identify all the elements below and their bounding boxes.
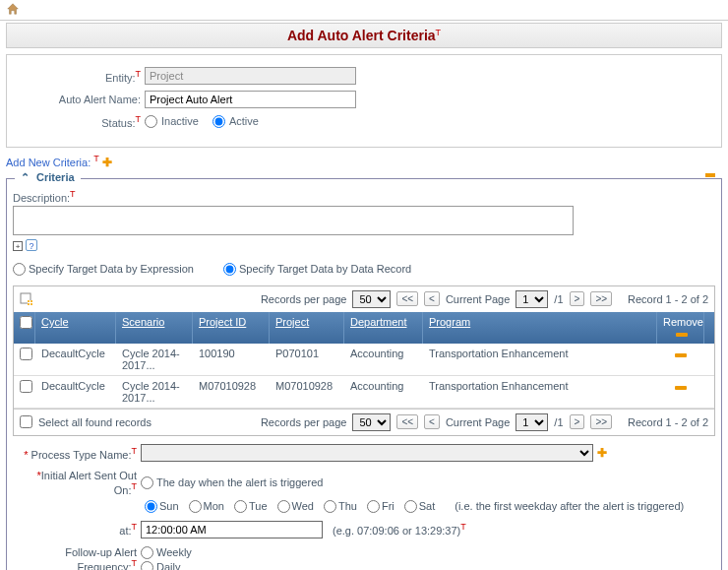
status-inactive-radio[interactable] — [145, 115, 157, 128]
record-range-top: Record 1 - 2 of 2 — [628, 293, 708, 305]
last-page-button[interactable]: >> — [590, 414, 612, 429]
target-expression-label: Specify Target Data by Expression — [29, 263, 194, 275]
t-flag-icon: T — [436, 28, 442, 37]
process-type-select[interactable] — [141, 444, 593, 462]
page-title: Add Auto Alert Criteria — [287, 28, 436, 43]
entity-label: Entity:T — [17, 69, 145, 84]
cell-department: Accounting — [344, 376, 423, 408]
day-sat-radio[interactable] — [404, 500, 417, 513]
target-expression-radio[interactable] — [13, 263, 26, 276]
col-remove: Remove — [663, 316, 703, 328]
next-page-button[interactable]: > — [570, 291, 585, 306]
plus-icon[interactable]: ✚ — [102, 155, 112, 168]
at-time-input[interactable] — [141, 521, 323, 538]
select-all-checkbox[interactable] — [20, 316, 32, 329]
record-range-bottom: Record 1 - 2 of 2 — [628, 416, 708, 428]
total-pages: /1 — [554, 416, 563, 428]
status-active-label: Active — [229, 115, 259, 127]
help-icon[interactable]: ? — [26, 239, 37, 251]
cell-project: M07010928 — [270, 376, 344, 408]
name-label: Auto Alert Name: — [17, 94, 145, 105]
initial-hint: (i.e. the first weekday after the alert … — [455, 500, 684, 512]
prev-page-button[interactable]: < — [424, 291, 440, 306]
description-label: Description:T — [13, 189, 715, 204]
initial-trigger-label: The day when the alert is triggered — [156, 476, 323, 488]
col-project[interactable]: Project — [275, 316, 309, 328]
current-page-select-top[interactable]: 1 — [516, 290, 548, 308]
page-size-select-bottom[interactable]: 50 — [352, 413, 391, 431]
status-label: Status:T — [17, 114, 145, 129]
cell-cycle: DecaultCycle — [35, 344, 116, 375]
cell-program: Transportation Enhancement — [423, 344, 657, 375]
cell-cycle: DecaultCycle — [35, 376, 116, 408]
rpp-label-top: Records per page — [261, 293, 346, 305]
form-panel: Entity:T Auto Alert Name: Status:T Inact… — [6, 54, 722, 148]
target-record-radio[interactable] — [223, 263, 236, 276]
status-active-radio[interactable] — [212, 115, 225, 128]
initial-alert-label: *Initial Alert Sent Out On:T — [13, 470, 141, 496]
col-department[interactable]: Department — [350, 316, 406, 328]
minimize-icon[interactable] — [705, 173, 715, 177]
cell-scenario: Cycle 2014-2017... — [116, 344, 193, 375]
page-size-select-top[interactable]: 50 — [352, 290, 391, 308]
total-pages: /1 — [554, 293, 563, 305]
at-hint: (e.g. 07:09:06 or 13:29:37)T — [333, 522, 466, 537]
page-title-bar: Add Auto Alert CriteriaT — [6, 23, 722, 48]
last-page-button[interactable]: >> — [590, 291, 612, 306]
remove-all-icon[interactable] — [676, 333, 688, 337]
add-row-icon[interactable] — [20, 292, 33, 306]
collapse-icon[interactable]: ⌃ — [21, 171, 30, 183]
table-row: DecaultCycle Cycle 2014-2017... M0701092… — [14, 376, 714, 409]
first-page-button[interactable]: << — [396, 414, 418, 429]
row-checkbox[interactable] — [20, 348, 32, 360]
initial-trigger-radio[interactable] — [141, 476, 153, 489]
data-grid: Records per page 50 << < Current Page 1 … — [13, 285, 715, 436]
row-checkbox[interactable] — [20, 380, 32, 393]
cell-project-id: M07010928 — [193, 376, 270, 408]
at-label: at:T — [13, 522, 141, 537]
process-type-label: * Process Type Name:T — [13, 446, 141, 461]
cell-project-id: 100190 — [193, 344, 270, 375]
cell-program: Transportation Enhancement — [423, 376, 657, 408]
day-mon-radio[interactable] — [189, 500, 202, 513]
home-icon[interactable] — [6, 6, 20, 18]
col-program[interactable]: Program — [429, 316, 470, 328]
rpp-label-bottom: Records per page — [261, 416, 346, 428]
col-scenario[interactable]: Scenario — [122, 316, 164, 328]
select-all-found-checkbox[interactable] — [20, 415, 32, 428]
current-page-label: Current Page — [446, 416, 510, 428]
entity-input — [145, 67, 356, 85]
current-page-select-bottom[interactable]: 1 — [516, 413, 548, 431]
day-thu-radio[interactable] — [324, 500, 336, 513]
t-flag-icon: T — [93, 154, 99, 163]
select-all-found-label: Select all found records — [38, 416, 152, 428]
first-page-button[interactable]: << — [396, 291, 418, 306]
current-page-label: Current Page — [446, 293, 510, 305]
cell-department: Accounting — [344, 344, 423, 375]
day-fri-radio[interactable] — [367, 500, 380, 513]
status-inactive-label: Inactive — [161, 115, 199, 127]
table-row: DecaultCycle Cycle 2014-2017... 100190 P… — [14, 344, 714, 376]
remove-row-icon[interactable] — [675, 353, 687, 357]
add-new-criteria-link[interactable]: Add New Criteria: — [6, 156, 91, 167]
prev-page-button[interactable]: < — [424, 414, 440, 429]
cell-project: P070101 — [270, 344, 344, 375]
day-sun-radio[interactable] — [145, 500, 157, 513]
day-wed-radio[interactable] — [277, 500, 290, 513]
col-cycle[interactable]: Cycle — [41, 316, 69, 328]
remove-row-icon[interactable] — [675, 386, 687, 390]
cell-scenario: Cycle 2014-2017... — [116, 376, 193, 408]
day-tue-radio[interactable] — [234, 500, 247, 513]
expand-tool-icon[interactable]: + — [13, 241, 23, 251]
next-page-button[interactable]: > — [570, 414, 585, 429]
followup-weekly-radio[interactable] — [141, 546, 153, 559]
target-record-label: Specify Target Data by Data Record — [239, 263, 411, 275]
followup-label: Follow-up Alert Frequency:T — [13, 546, 141, 570]
followup-daily-radio[interactable] — [141, 561, 153, 570]
name-input[interactable] — [145, 91, 356, 108]
criteria-fieldset: ⌃ Criteria Description:T + ? Specify Tar… — [6, 178, 722, 570]
criteria-legend: Criteria — [36, 171, 75, 183]
col-project-id[interactable]: Project ID — [199, 316, 246, 328]
add-process-type-icon[interactable]: ✚ — [597, 446, 607, 460]
description-textarea[interactable] — [13, 206, 574, 235]
